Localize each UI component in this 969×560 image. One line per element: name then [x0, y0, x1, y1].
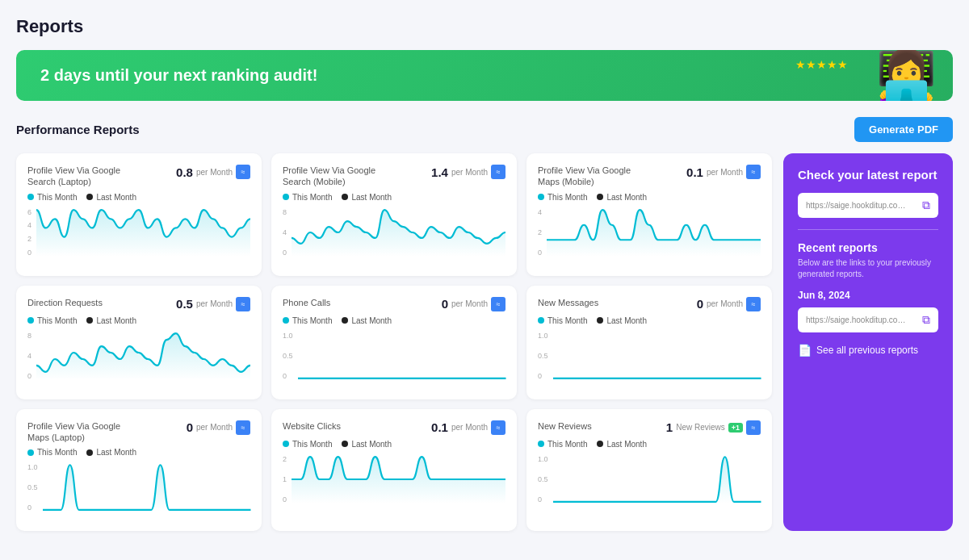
chart-icon: ≈: [491, 165, 505, 179]
y-axis: 840: [283, 208, 288, 257]
chart-value: 0 per Month ≈: [442, 297, 505, 311]
chart-number: 0.8: [176, 165, 193, 179]
this-month-dot: [283, 441, 289, 447]
this-month-dot: [538, 317, 544, 324]
chart-header: New Reviews 1 New Reviews +1 ≈: [538, 420, 761, 435]
charts-area: Profile View Via Google Search (Laptop) …: [16, 153, 772, 531]
chart-icon: ≈: [491, 420, 505, 435]
copy-prev-url-icon[interactable]: ⧉: [922, 313, 930, 327]
chart-header: New Messages 0 per Month ≈: [538, 297, 761, 311]
sparkline: [298, 332, 505, 380]
latest-report-url-box[interactable]: https://saige.hookditup.com/r... ⧉: [798, 193, 938, 218]
chart-unit: per Month: [451, 423, 488, 432]
legend-this-month: This Month: [283, 193, 332, 202]
last-month-label: Last Month: [606, 440, 646, 449]
chart-icon: ≈: [236, 420, 250, 435]
chart-legend: This Month Last Month: [27, 193, 250, 202]
chart-value: 0.1 per Month ≈: [431, 420, 505, 435]
last-month-label: Last Month: [351, 316, 391, 325]
recent-reports-title: Recent reports: [798, 241, 938, 254]
chart-legend: This Month Last Month: [538, 316, 761, 325]
this-month-dot: [538, 441, 544, 447]
y-axis: 1.00.50: [283, 332, 295, 380]
legend-this-month: This Month: [27, 316, 77, 325]
chart-number: 0: [697, 297, 703, 311]
last-month-label: Last Month: [351, 193, 391, 202]
chart-area: 1.00.50: [538, 455, 761, 512]
chart-unit: per Month: [196, 168, 233, 177]
sparkline: [553, 455, 761, 504]
chart-unit: per Month: [196, 423, 233, 432]
chart-header: Direction Requests 0.5 per Month ≈: [27, 297, 250, 311]
last-month-dot: [86, 317, 93, 324]
chart-card: Profile View Via Google Maps (Laptop) 0 …: [16, 409, 262, 532]
last-month-dot: [342, 441, 348, 447]
chart-legend: This Month Last Month: [27, 448, 250, 457]
chart-legend: This Month Last Month: [283, 316, 505, 325]
chart-value: 0.1 per Month ≈: [686, 165, 761, 179]
y-axis: 1.00.50: [538, 332, 550, 380]
legend-last-month: Last Month: [342, 193, 391, 202]
sparkline: [292, 455, 505, 504]
chart-number: 0: [442, 297, 448, 311]
last-month-dot: [597, 441, 603, 447]
chart-icon: ≈: [746, 297, 761, 311]
last-month-label: Last Month: [351, 440, 391, 449]
this-month-dot: [283, 317, 289, 324]
banner-illustration: ★★★★★ 👩‍💻: [832, 50, 937, 101]
this-month-label: This Month: [547, 193, 587, 202]
legend-last-month: Last Month: [342, 316, 391, 325]
this-month-label: This Month: [37, 193, 77, 202]
see-all-reports-link[interactable]: 📄 See all previous reports: [798, 344, 938, 357]
last-month-label: Last Month: [96, 316, 136, 325]
chart-area: 6420: [27, 208, 250, 265]
chart-legend: This Month Last Month: [538, 193, 761, 202]
chart-title: Profile View Via Google Search (Laptop): [27, 165, 141, 188]
chart-area: 1.00.50: [538, 332, 761, 388]
sparkline: [553, 332, 761, 380]
last-month-dot: [342, 194, 348, 200]
chart-title: New Reviews: [538, 420, 592, 432]
chart-area: 420: [538, 208, 761, 265]
chart-card: Direction Requests 0.5 per Month ≈ This …: [16, 286, 262, 399]
y-axis: 1.00.50: [27, 463, 40, 512]
this-month-dot: [27, 194, 34, 200]
sidebar-title: Check your latest report: [798, 168, 938, 182]
chart-icon: ≈: [746, 420, 761, 435]
chart-number: 0.5: [176, 297, 193, 311]
legend-last-month: Last Month: [597, 193, 646, 202]
chart-header: Profile View Via Google Search (Mobile) …: [283, 165, 505, 188]
chart-card: Profile View Via Google Maps (Mobile) 0.…: [526, 153, 772, 276]
legend-this-month: This Month: [27, 448, 77, 457]
chart-value: 0.8 per Month ≈: [176, 165, 250, 179]
chart-title: Website Clicks: [283, 420, 341, 432]
generate-pdf-button[interactable]: Generate PDF: [854, 117, 953, 142]
chart-legend: This Month Last Month: [283, 193, 505, 202]
sparkline: [547, 208, 761, 257]
chart-unit: per Month: [707, 168, 743, 177]
sparkline: [36, 332, 250, 380]
chart-unit: per Month: [196, 299, 233, 308]
chart-value: 1.4 per Month ≈: [431, 165, 505, 179]
chart-number: 0.1: [431, 420, 448, 434]
previous-report-url-box[interactable]: https://saige.hookditup.com/r... ⧉: [798, 307, 938, 332]
chart-area: 1.00.50: [27, 463, 250, 520]
chart-title: Profile View Via Google Search (Mobile): [283, 165, 396, 188]
legend-last-month: Last Month: [86, 316, 136, 325]
chart-header: Profile View Via Google Maps (Laptop) 0 …: [27, 420, 250, 444]
last-month-dot: [597, 194, 603, 200]
chart-area: 1.00.50: [283, 332, 505, 388]
legend-this-month: This Month: [283, 316, 332, 325]
copy-url-icon[interactable]: ⧉: [922, 199, 930, 212]
chart-card: Website Clicks 0.1 per Month ≈ This Mont…: [271, 409, 517, 532]
this-month-label: This Month: [37, 316, 77, 325]
last-month-dot: [342, 317, 348, 324]
this-month-label: This Month: [292, 316, 332, 325]
chart-area: 840: [283, 208, 505, 265]
legend-last-month: Last Month: [597, 440, 646, 449]
last-month-dot: [597, 317, 603, 324]
this-month-label: This Month: [547, 440, 587, 449]
chart-card: Profile View Via Google Search (Laptop) …: [16, 153, 262, 276]
chart-title: New Messages: [538, 297, 598, 308]
y-axis: 1.00.50: [538, 455, 550, 504]
